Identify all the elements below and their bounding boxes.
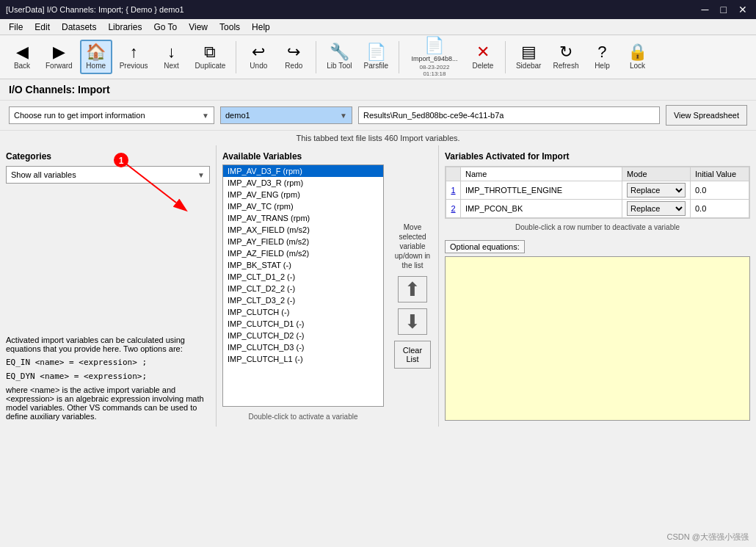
var-name: IMP_THROTTLE_ENGINE: [461, 181, 622, 200]
undo-button[interactable]: ↩ Undo: [242, 41, 275, 73]
equations-textarea[interactable]: [445, 256, 750, 421]
refresh-button[interactable]: ↻ Refresh: [548, 41, 583, 73]
initial-value: 0.0: [691, 200, 749, 218]
parsfile-icon: 📄: [366, 44, 386, 60]
list-item[interactable]: IMP_AV_D3_F (rpm): [223, 165, 383, 177]
deactivate-hint: Double-click a row number to deactivate …: [445, 223, 750, 231]
title-bar: [UserData] I/O Channels: Import; { Demo …: [0, 0, 756, 19]
list-item[interactable]: IMP_AV_D3_R (rpm): [223, 177, 383, 189]
available-vars-list[interactable]: IMP_AV_D3_F (rpm) IMP_AV_D3_R (rpm) IMP_…: [222, 164, 384, 407]
menu-datasets[interactable]: Datasets: [56, 21, 102, 34]
optional-equations-label: Optional equations:: [445, 240, 525, 253]
list-item[interactable]: IMP_CLT_D3_2 (-): [223, 294, 383, 306]
up-arrow-icon: ⬆: [404, 278, 421, 301]
mode-selector[interactable]: Replace Add: [627, 183, 686, 198]
help-icon: ?: [597, 44, 606, 60]
home-button[interactable]: 🏠 Home: [80, 40, 112, 74]
available-vars-title: Available Variables: [217, 145, 438, 164]
category-selector[interactable]: Show all variables ▼: [6, 166, 210, 184]
down-arrow-icon: ⬇: [404, 311, 421, 333]
sidebar-icon: ▤: [521, 44, 537, 60]
back-icon: ◀: [16, 44, 29, 60]
sidebar-button[interactable]: ▤ Sidebar: [512, 41, 545, 73]
next-button[interactable]: ↓ Next: [156, 41, 188, 73]
redo-button[interactable]: ↪ Redo: [277, 41, 310, 73]
undo-icon: ↩: [252, 44, 265, 60]
table-row: 1 IMP_THROTTLE_ENGINE Replace Add 0.0: [446, 181, 749, 200]
lock-button[interactable]: 🔒 Lock: [621, 41, 653, 73]
libtool-button[interactable]: 🔧 Lib Tool: [322, 41, 356, 73]
menu-tools[interactable]: Tools: [214, 21, 246, 34]
run-selector[interactable]: Choose run to get import information ▼: [9, 106, 214, 124]
menu-goto[interactable]: Go To: [148, 21, 183, 34]
bottom-description: Activated import variables can be calcul…: [6, 324, 210, 421]
view-spreadsheet-button[interactable]: View Spreadsheet: [666, 105, 747, 126]
menu-view[interactable]: View: [183, 21, 214, 34]
toolbar: ◀ Back ▶ Forward 🏠 Home ↑ Previous ↓ Nex…: [0, 35, 756, 79]
row-number[interactable]: 2: [446, 200, 461, 218]
clear-list-button[interactable]: ClearList: [394, 341, 431, 369]
parsfile-button[interactable]: 📄 Parsfile: [360, 41, 393, 73]
col-header-name: Name: [461, 167, 622, 181]
list-item[interactable]: IMP_CLUTCH_D2 (-): [223, 330, 383, 341]
menu-help[interactable]: Help: [246, 21, 276, 34]
move-label: Move selected variable up/down in the li…: [390, 222, 435, 270]
activated-vars-title: Variables Activated for Import: [445, 151, 750, 162]
delete-button[interactable]: ✕ Delete: [467, 41, 499, 73]
menu-edit[interactable]: Edit: [29, 21, 56, 34]
list-item[interactable]: IMP_AV_TC (rpm): [223, 200, 383, 212]
window-controls: ─ □ ✕: [699, 4, 750, 15]
minimize-button[interactable]: ─: [699, 4, 712, 15]
home-icon: 🏠: [86, 44, 106, 60]
import-file-icon: 📄: [424, 37, 444, 54]
list-item[interactable]: IMP_CLT_D1_2 (-): [223, 271, 383, 283]
list-item[interactable]: IMP_CLUTCH_L1 (-): [223, 353, 383, 365]
mode-selector[interactable]: Replace Add: [627, 201, 686, 216]
menu-bar: File Edit Datasets Libraries Go To View …: [0, 19, 756, 35]
info-text: This tabbed text file lists 460 Import v…: [0, 131, 756, 145]
demo-selector[interactable]: demo1 ▼: [220, 106, 352, 124]
previous-button[interactable]: ↑ Previous: [115, 41, 153, 73]
refresh-icon: ↻: [559, 44, 573, 60]
col-header-num: [446, 167, 461, 181]
duplicate-icon: ⧉: [204, 44, 216, 60]
var-name: IMP_PCON_BK: [461, 200, 622, 218]
list-item[interactable]: IMP_BK_STAT (-): [223, 259, 383, 271]
lock-icon: 🔒: [628, 44, 647, 60]
title-bar-text: [UserData] I/O Channels: Import; { Demo …: [6, 5, 184, 14]
col-header-initial: Initial Value: [691, 167, 749, 181]
activated-vars-table: Name Mode Initial Value 1 IMP_THROTTLE_E…: [446, 167, 749, 218]
close-button[interactable]: ✕: [735, 4, 750, 15]
activated-vars-table-container: Name Mode Initial Value 1 IMP_THROTTLE_E…: [445, 166, 750, 219]
import-file-button[interactable]: 📄 Import_694b8... 08-23-2022 01:13:18: [405, 35, 464, 80]
list-item[interactable]: IMP_AZ_FIELD (m/s2): [223, 247, 383, 259]
move-down-button[interactable]: ⬇: [398, 308, 427, 335]
list-item[interactable]: IMP_CLT_D2_2 (-): [223, 283, 383, 294]
help-button[interactable]: ? Help: [586, 41, 618, 73]
list-item[interactable]: IMP_AV_TRANS (rpm): [223, 212, 383, 224]
forward-icon: ▶: [53, 44, 65, 60]
menu-libraries[interactable]: Libraries: [102, 21, 148, 34]
duplicate-button[interactable]: ⧉ Duplicate: [191, 41, 230, 73]
run-selector-arrow: ▼: [202, 112, 209, 120]
menu-file[interactable]: File: [3, 21, 29, 34]
redo-icon: ↪: [287, 44, 300, 60]
list-item[interactable]: IMP_CLUTCH_D3 (-): [223, 341, 383, 353]
move-up-button[interactable]: ⬆: [398, 276, 427, 303]
list-item[interactable]: IMP_CLUTCH_D1 (-): [223, 318, 383, 330]
right-panel: Variables Activated for Import Name Mode…: [439, 145, 756, 427]
previous-icon: ↑: [130, 44, 138, 60]
list-item[interactable]: IMP_AV_ENG (rpm): [223, 189, 383, 200]
forward-button[interactable]: ▶ Forward: [41, 41, 77, 73]
category-arrow: ▼: [197, 171, 205, 179]
maximize-button[interactable]: □: [718, 4, 730, 15]
demo-selector-arrow: ▼: [340, 112, 347, 120]
page-title: I/O Channels: Import: [0, 79, 756, 101]
list-item[interactable]: IMP_AY_FIELD (m/s2): [223, 236, 383, 247]
libtool-icon: 🔧: [330, 44, 349, 60]
row-number[interactable]: 1: [446, 181, 461, 200]
list-item[interactable]: IMP_AX_FIELD (m/s2): [223, 224, 383, 236]
initial-value: 0.0: [691, 181, 749, 200]
list-item[interactable]: IMP_CLUTCH (-): [223, 306, 383, 318]
back-button[interactable]: ◀ Back: [6, 41, 38, 73]
